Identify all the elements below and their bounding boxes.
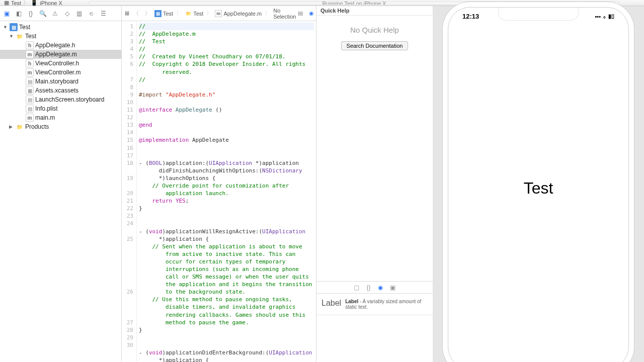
inspector-panel: Quick Help No Quick Help Search Document… (316, 6, 433, 362)
related-items-icon[interactable]: ⊞ (125, 10, 129, 17)
document-items-icon[interactable]: ▤ (298, 10, 303, 17)
issue-navigator-tab[interactable]: ⚠ (51, 10, 58, 17)
tree-row-test[interactable]: ▼📁Test (0, 32, 121, 41)
editor-panel: ⊞ 〈 〉 ▦Test 〉 📁Test 〉 mAppDelegate.m 〉 N… (122, 6, 316, 362)
test-navigator-tab[interactable]: ◇ (63, 10, 70, 17)
activity-status: Running Test on iPhone X (89, 1, 620, 5)
symbol-navigator-tab[interactable]: {} (27, 10, 34, 17)
tree-row-appdelegate-h[interactable]: hAppDelegate.h (0, 41, 121, 50)
navigator-tab-bar: ▣ ◧ {} 🔍 ⚠ ◇ ▥ ⎋ ☰ (0, 6, 121, 21)
device-icon: 📱 (31, 0, 38, 6)
tree-row-appdelegate-m[interactable]: mAppDelegate.m (0, 50, 121, 59)
simulator-panel: 12:13 ••• ⬨ ▮▯ Test (433, 6, 644, 362)
scheme-device-name: iPhone X (40, 0, 62, 6)
line-gutter: 1234567891011121314151617181920212223242… (122, 21, 137, 362)
find-navigator-tab[interactable]: 🔍 (39, 10, 46, 17)
file-tree[interactable]: ▼▦Test▼📁TesthAppDelegate.hmAppDelegate.m… (0, 21, 121, 362)
tree-row-products[interactable]: ▶📁Products (0, 122, 121, 131)
tree-row-main-storyboard[interactable]: ▤Main.storyboard (0, 77, 121, 86)
library-tabs: ▢ {} ◉ ▣ (316, 282, 433, 294)
code-editor[interactable]: 1234567891011121314151617181920212223242… (122, 21, 316, 362)
file-template-tab[interactable]: ▢ (354, 284, 359, 291)
tree-row-test[interactable]: ▼▦Test (0, 23, 121, 32)
code-snippet-tab[interactable]: {} (366, 284, 370, 291)
iphone-x-frame: 12:13 ••• ⬨ ▮▯ Test (448, 7, 629, 362)
tree-row-launchscreen-storyboard[interactable]: ▤LaunchScreen.storyboard (0, 95, 121, 104)
tree-row-assets-xcassets[interactable]: ▦Assets.xcassets (0, 86, 121, 95)
window-toolbar: ▦ Test 〉 📱 iPhone X Running Test on iPho… (0, 0, 644, 6)
jump-file[interactable]: mAppDelegate.m (215, 10, 262, 17)
search-documentation-button[interactable]: Search Documentation (341, 41, 409, 50)
jump-project[interactable]: ▦Test (154, 10, 173, 17)
recent-files-icon[interactable]: ◉ (309, 10, 314, 17)
object-library: ▢ {} ◉ ▣ Label Label - A variably sized … (316, 282, 433, 362)
quick-help-section: Quick Help No Quick Help Search Document… (316, 6, 433, 282)
jump-symbol[interactable]: No Selection (273, 8, 296, 20)
project-navigator-tab[interactable]: ▣ (3, 10, 10, 17)
app-label-text: Test (524, 179, 553, 198)
jump-bar: ⊞ 〈 〉 ▦Test 〉 📁Test 〉 mAppDelegate.m 〉 N… (122, 6, 316, 21)
tree-row-main-m[interactable]: mmain.m (0, 113, 121, 122)
tree-row-info-plist[interactable]: ▤Info.plist (0, 104, 121, 113)
library-item-info: Label - A variably sized amount of stati… (345, 299, 428, 310)
forward-button[interactable]: 〉 (143, 10, 152, 17)
scheme-app-name: Test (11, 0, 21, 6)
breakpoint-navigator-tab[interactable]: ⎋ (88, 10, 95, 17)
navigator-panel: ▣ ◧ {} 🔍 ⚠ ◇ ▥ ⎋ ☰ ▼▦Test▼📁TesthAppDeleg… (0, 6, 122, 362)
source-control-tab[interactable]: ◧ (15, 10, 22, 17)
tree-row-viewcontroller-h[interactable]: hViewController.h (0, 59, 121, 68)
code-content[interactable]: //// AppDelegate.m// Test//// Created by… (137, 21, 316, 362)
report-navigator-tab[interactable]: ☰ (100, 10, 107, 17)
object-library-tab[interactable]: ◉ (378, 284, 383, 291)
debug-navigator-tab[interactable]: ▥ (75, 10, 83, 17)
library-item-label[interactable]: Label Label - A variably sized amount of… (316, 294, 433, 315)
library-item-thumb: Label (321, 299, 341, 308)
quick-help-title: Quick Help (316, 6, 433, 16)
back-button[interactable]: 〈 (131, 10, 141, 17)
tree-row-viewcontroller-m[interactable]: mViewController.m (0, 68, 121, 77)
run-scheme-selector[interactable]: ▦ Test 〉 📱 iPhone X (4, 0, 62, 7)
jump-group[interactable]: 📁Test (185, 10, 203, 17)
media-library-tab[interactable]: ▣ (390, 284, 395, 291)
no-quick-help-message: No Quick Help (320, 26, 429, 34)
app-icon: ▦ (4, 0, 9, 6)
chevron-right-icon: 〉 (23, 0, 29, 7)
app-screen[interactable]: Test (448, 8, 628, 362)
notch (498, 8, 579, 21)
